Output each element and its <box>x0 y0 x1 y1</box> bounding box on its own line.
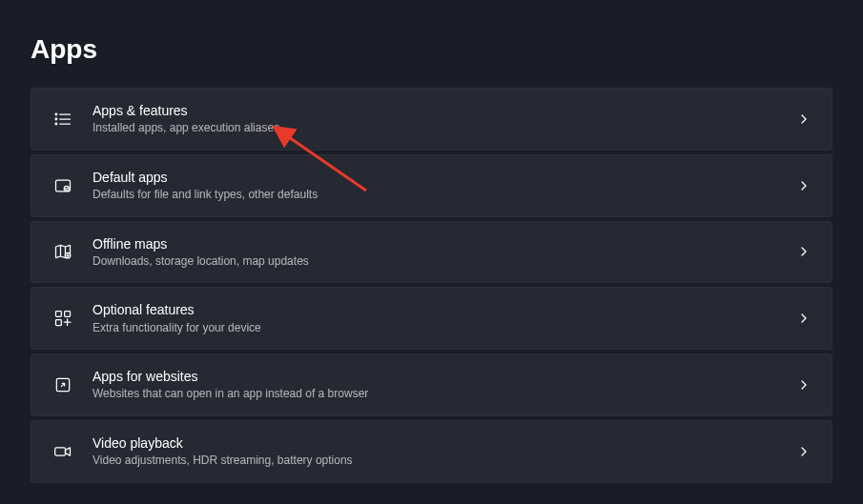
chevron-right-icon <box>797 378 811 392</box>
optional-features-icon <box>52 308 73 329</box>
item-title: Apps for websites <box>92 368 797 385</box>
apps-for-websites-icon <box>52 374 73 395</box>
item-title: Default apps <box>92 169 797 186</box>
svg-marker-19 <box>66 448 71 455</box>
item-text: Apps for websites Websites that can open… <box>92 368 797 402</box>
offline-maps-icon <box>52 241 73 262</box>
item-text: Default apps Defaults for file and link … <box>92 169 797 203</box>
settings-item-apps-for-websites[interactable]: Apps for websites Websites that can open… <box>31 353 832 416</box>
item-subtitle: Websites that can open in an app instead… <box>92 387 797 402</box>
item-subtitle: Installed apps, app execution aliases <box>92 121 797 136</box>
svg-rect-13 <box>65 312 71 317</box>
item-text: Apps & features Installed apps, app exec… <box>92 102 797 136</box>
item-text: Optional features Extra functionality fo… <box>92 301 797 335</box>
item-subtitle: Downloads, storage location, map updates <box>92 254 797 270</box>
item-subtitle: Defaults for file and link types, other … <box>92 188 797 203</box>
item-subtitle: Extra functionality for your device <box>92 321 797 336</box>
settings-list: Apps & features Installed apps, app exec… <box>0 88 863 483</box>
settings-item-default-apps[interactable]: Default apps Defaults for file and link … <box>31 154 832 217</box>
settings-item-video-playback[interactable]: Video playback Video adjustments, HDR st… <box>31 420 832 483</box>
chevron-right-icon <box>797 179 811 192</box>
item-title: Video playback <box>92 434 797 452</box>
chevron-right-icon <box>797 312 811 325</box>
item-title: Apps & features <box>92 102 797 119</box>
apps-features-icon <box>52 109 73 130</box>
video-playback-icon <box>52 441 73 462</box>
settings-item-offline-maps[interactable]: Offline maps Downloads, storage location… <box>31 221 832 284</box>
chevron-right-icon <box>797 112 811 126</box>
svg-rect-12 <box>56 312 62 317</box>
item-title: Offline maps <box>92 235 797 252</box>
settings-item-apps-features[interactable]: Apps & features Installed apps, app exec… <box>31 88 832 151</box>
chevron-right-icon <box>797 245 811 258</box>
settings-item-optional-features[interactable]: Optional features Extra functionality fo… <box>31 287 832 350</box>
chevron-right-icon <box>797 445 811 458</box>
item-text: Offline maps Downloads, storage location… <box>92 235 797 270</box>
svg-rect-18 <box>55 448 66 455</box>
svg-rect-14 <box>56 320 62 326</box>
svg-point-4 <box>55 118 57 120</box>
item-title: Optional features <box>92 301 797 318</box>
svg-point-5 <box>55 123 57 125</box>
svg-point-3 <box>55 113 57 115</box>
default-apps-icon <box>52 175 73 196</box>
item-subtitle: Video adjustments, HDR streaming, batter… <box>92 454 797 469</box>
item-text: Video playback Video adjustments, HDR st… <box>92 434 797 469</box>
page-title: Apps <box>0 0 863 88</box>
